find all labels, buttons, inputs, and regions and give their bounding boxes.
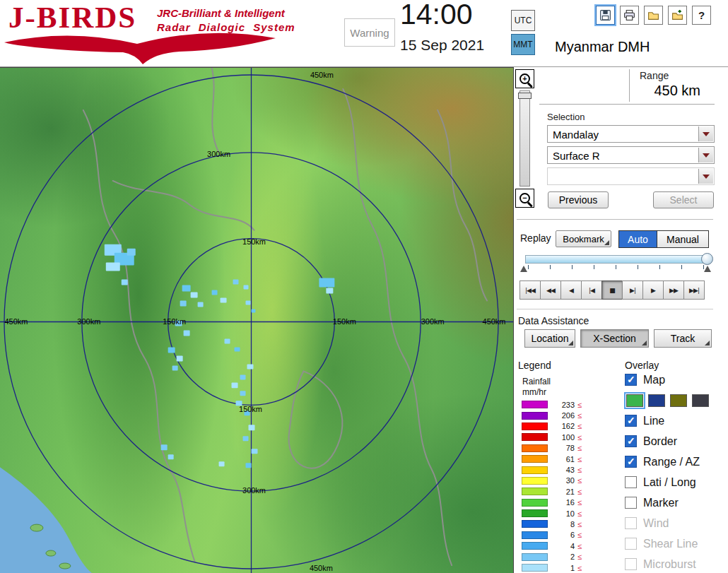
overlay-item-marker[interactable]: Marker <box>625 492 728 513</box>
track-button[interactable]: Track <box>654 329 712 348</box>
legend-row: 233≤ <box>522 399 582 410</box>
radar-echo <box>168 454 174 459</box>
radar-echo <box>240 374 246 379</box>
overlay-checkbox-lati-long[interactable] <box>625 476 637 488</box>
overlay-checkbox-range-az[interactable] <box>625 456 637 468</box>
playback-jump-to-end-button[interactable]: ▶▶| <box>683 280 705 300</box>
divider <box>539 104 715 105</box>
timeline-tick <box>681 265 682 269</box>
playback-fast-forward-button[interactable]: ▶▶ <box>663 280 684 300</box>
dropdown-arrow-icon[interactable] <box>698 148 713 163</box>
radar-echo <box>246 463 252 468</box>
dropdown-arrow-icon[interactable] <box>698 169 713 184</box>
radar-echo <box>198 302 204 307</box>
overlay-item-border[interactable]: Border <box>625 431 728 451</box>
timeline-track[interactable] <box>525 255 705 264</box>
help-icon: ? <box>698 9 705 21</box>
elevation-dropdown[interactable] <box>547 167 715 185</box>
bookmark-button[interactable]: Bookmark <box>556 230 611 247</box>
print-icon <box>623 9 635 21</box>
utc-toggle-button[interactable]: UTC <box>511 10 535 31</box>
legend-color-swatch <box>522 499 548 507</box>
data-assistance-label: Data Assistance <box>518 315 589 326</box>
map-style-swatch[interactable] <box>692 394 709 407</box>
legend-value: 1 <box>556 564 575 572</box>
timeline-start-marker[interactable] <box>520 266 527 272</box>
site-dropdown-value: Mandalay <box>553 129 599 141</box>
replay-mode-manual-button[interactable]: Manual <box>657 231 708 247</box>
map-style-swatch[interactable] <box>648 394 665 407</box>
legend-value: 78 <box>556 444 575 452</box>
clock-date: 15 Sep 2021 <box>400 37 484 54</box>
location-button[interactable]: Location <box>524 329 575 348</box>
playback-fast-rewind-button[interactable]: ◀◀ <box>540 280 561 300</box>
legend-leq-symbol: ≤ <box>577 411 582 420</box>
zoom-slider[interactable] <box>519 90 530 187</box>
overlay-item-map[interactable]: Map <box>625 370 728 390</box>
range-value: 450 km <box>597 83 700 99</box>
playback-step-forward-button[interactable]: ▶| <box>622 280 643 300</box>
dropdown-arrow-icon[interactable] <box>698 126 713 141</box>
legend-row: 2≤ <box>522 551 582 562</box>
ring-label: 450km <box>4 317 28 326</box>
product-dropdown[interactable]: Surface R <box>547 146 715 164</box>
x-section-button[interactable]: X-Section <box>580 329 649 348</box>
overlay-item-range-az[interactable]: Range / AZ <box>625 451 728 472</box>
overlay-checkbox-marker[interactable] <box>625 497 637 509</box>
playback-controls: |◀◀◀◀◀|◀■▶|▶▶▶▶▶| <box>519 280 705 300</box>
radar-echo <box>326 288 333 294</box>
legend-value: 21 <box>556 488 575 496</box>
playback-play-reverse-button[interactable]: ◀ <box>560 280 582 300</box>
control-panel: + − Range 450 km Selection Mandalay Surf… <box>514 67 728 573</box>
site-dropdown[interactable]: Mandalay <box>547 125 715 143</box>
toolbar: ? <box>596 6 711 25</box>
overlay-checkbox-border[interactable] <box>625 435 637 447</box>
overlay-item-lati-long[interactable]: Lati / Long <box>625 472 728 492</box>
radar-echo <box>122 280 128 285</box>
divider <box>517 219 713 220</box>
map-style-swatch[interactable] <box>670 394 687 407</box>
radar-echo <box>177 355 183 361</box>
legend-color-swatch <box>522 444 548 452</box>
save-button[interactable] <box>596 6 615 25</box>
playback-stop-button[interactable]: ■ <box>601 280 623 300</box>
help-button[interactable]: ? <box>692 6 711 25</box>
overlay-checkbox-line[interactable] <box>625 415 637 427</box>
playback-step-back-button[interactable]: |◀ <box>581 280 602 300</box>
overlay-label-microburst: Microburst <box>643 558 696 571</box>
legend-leq-symbol: ≤ <box>577 476 582 485</box>
print-button[interactable] <box>620 6 639 25</box>
zoom-in-button[interactable]: + <box>515 69 534 88</box>
mmt-toggle-button[interactable]: MMT <box>511 34 535 55</box>
ring-label: 300km <box>421 317 445 326</box>
overlay-checkbox-microburst <box>625 558 637 570</box>
zoom-out-button[interactable]: − <box>515 189 534 208</box>
replay-timeline[interactable] <box>519 252 715 276</box>
ring-label: 450km <box>310 71 334 79</box>
legend-value: 233 <box>556 401 575 409</box>
open-folder-button[interactable] <box>644 6 663 25</box>
export-button[interactable] <box>668 6 687 25</box>
legend-color-swatch <box>522 412 548 420</box>
overlay-item-line[interactable]: Line <box>625 410 728 431</box>
select-button[interactable]: Select <box>653 191 714 208</box>
legend-color-swatch <box>522 466 548 474</box>
playback-jump-to-start-button[interactable]: |◀◀ <box>519 280 541 300</box>
overlay-item-wind: Wind <box>625 513 728 533</box>
legend-color-swatch <box>522 401 548 408</box>
radar-map[interactable]: 450km300km150km450km300km150km150km300km… <box>0 67 514 573</box>
island <box>59 563 71 569</box>
timeline-position-marker[interactable] <box>704 266 711 272</box>
previous-button[interactable]: Previous <box>548 191 609 208</box>
radar-echo <box>161 444 168 450</box>
overlay-checkbox-map[interactable] <box>625 374 637 386</box>
zoom-slider-thumb[interactable] <box>518 93 532 99</box>
map-style-swatch[interactable] <box>626 394 643 407</box>
legend-label: Legend <box>518 360 551 371</box>
legend-leq-symbol: ≤ <box>577 509 582 518</box>
radar-echo <box>243 436 249 441</box>
playback-play-button[interactable]: ▶ <box>642 280 664 300</box>
replay-mode-auto-button[interactable]: Auto <box>619 231 657 247</box>
legend-leq-symbol: ≤ <box>577 422 582 430</box>
timeline-thumb[interactable] <box>701 253 713 265</box>
